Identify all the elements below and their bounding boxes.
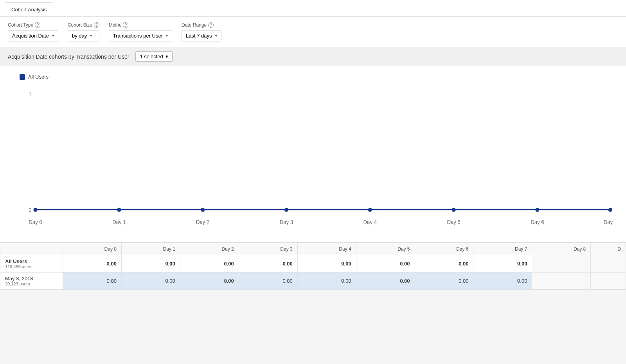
col-header-day8: Day 8 [532,243,591,255]
row-label-sub: 20,123 users [5,282,58,286]
row-label-main: May 3, 2018 [5,276,33,282]
col-header-day5: Day 5 [356,243,415,255]
col-header-day7: Day 7 [473,243,532,255]
x-label-5: Day 5 [447,219,460,225]
metric-help-icon[interactable]: ? [123,22,128,28]
col-header-day2: Day 2 [180,243,239,255]
x-label-4: Day 4 [363,219,377,225]
data-point-0 [33,208,37,212]
x-label-6: Day 6 [531,219,544,225]
tab-cohort-analysis[interactable]: Cohort Analysis [5,2,53,16]
row-value-cell: 0.00 [297,255,356,273]
x-label-2: Day 2 [196,219,209,225]
data-point-4 [368,208,372,212]
row-value-cell: 0.00 [180,273,239,290]
row-value-cell: 0.00 [63,255,122,273]
tab-bar: Cohort Analysis [0,0,626,17]
cohort-size-dropdown[interactable]: by day ▾ [68,30,99,41]
chart-area: All Users 1 0 Day 0 Day 1 Da [0,66,626,242]
row-value-cell: 0.00 [415,255,473,273]
row-value-cell: 0.00 [180,255,239,273]
x-label-1: Day 1 [112,219,126,225]
table-row: All Users119,455 users0.000.000.000.000.… [0,255,626,273]
section-title: Acquisition Date cohorts by Transactions… [8,54,129,60]
row-value-cell: 0.00 [415,273,473,290]
legend-label: All Users [28,74,49,80]
cohort-type-label: Cohort Type ? [8,22,58,28]
cohort-type-dropdown[interactable]: Acquisition Date ▾ [8,30,58,41]
data-point-1 [117,208,121,212]
date-range-help-icon[interactable]: ? [208,22,214,28]
date-range-dropdown[interactable]: Last 7 days ▾ [182,30,221,41]
row-value-cell [591,255,626,273]
row-value-cell: 0.00 [239,273,297,290]
x-label-7: Day 7 [604,219,614,225]
data-point-2 [201,208,205,212]
table-header-row: Day 0 Day 1 Day 2 Day 3 Day 4 Day 5 Day … [0,243,626,255]
section-header: Acquisition Date cohorts by Transactions… [0,47,626,66]
row-value-cell [591,273,626,290]
row-value-cell: 0.00 [356,255,415,273]
row-value-cell: 0.00 [356,273,415,290]
col-header-day0: Day 0 [63,243,122,255]
row-value-cell: 0.00 [63,273,122,290]
row-value-cell: 0.00 [473,273,532,290]
col-header-day3: Day 3 [239,243,297,255]
metric-label: Metric ? [109,22,172,28]
row-value-cell: 0.00 [121,255,180,273]
metric-group: Metric ? Transactions per User ▾ [109,22,172,41]
row-value-cell: 0.00 [121,273,180,290]
chart-svg-container: 1 0 Day 0 Day 1 Day 2 Day 3 Day 4 D [20,84,614,228]
legend-color-swatch [20,74,25,80]
date-range-group: Date Range ? Last 7 days ▾ [182,22,221,41]
row-label-sub: 119,455 users [5,264,58,269]
metric-dropdown[interactable]: Transactions per User ▾ [109,30,172,41]
date-range-arrow-icon: ▾ [215,34,217,38]
row-value-cell: 0.00 [473,255,532,273]
data-point-6 [535,208,539,212]
cohort-type-help-icon[interactable]: ? [35,22,40,28]
row-value-cell [532,273,591,290]
cohort-size-arrow-icon: ▾ [90,34,92,38]
controls-bar: Cohort Type ? Acquisition Date ▾ Cohort … [0,17,626,47]
col-header-day4: Day 4 [297,243,356,255]
data-point-7 [608,208,612,212]
cohort-size-help-icon[interactable]: ? [94,22,99,28]
data-point-5 [452,208,456,212]
date-range-label: Date Range ? [182,22,221,28]
chart-svg: 1 0 Day 0 Day 1 Day 2 Day 3 Day 4 D [20,84,614,228]
selected-arrow-icon: ▾ [165,54,168,59]
selected-dropdown[interactable]: 1 selected ▾ [135,51,172,62]
y-label-1: 1 [29,91,31,97]
cohort-type-arrow-icon: ▾ [52,34,54,38]
row-value-cell [532,255,591,273]
row-label-cell: May 3, 201820,123 users [0,273,63,290]
col-header-day6: Day 6 [415,243,473,255]
cohort-type-group: Cohort Type ? Acquisition Date ▾ [8,22,58,41]
row-value-cell: 0.00 [239,255,297,273]
row-label-main: All Users [5,258,27,264]
cohort-size-group: Cohort Size ? by day ▾ [68,22,99,41]
table-section: Day 0 Day 1 Day 2 Day 3 Day 4 Day 5 Day … [0,242,626,290]
x-label-0: Day 0 [29,219,42,225]
row-label-cell: All Users119,455 users [0,255,63,273]
col-header-dayx: D [591,243,626,255]
cohort-table: Day 0 Day 1 Day 2 Day 3 Day 4 Day 5 Day … [0,243,626,290]
cohort-size-label: Cohort Size ? [68,22,99,28]
col-header-label [0,243,63,255]
col-header-day1: Day 1 [121,243,180,255]
y-label-0: 0 [29,207,31,213]
data-point-3 [284,208,288,212]
table-row: May 3, 201820,123 users0.000.000.000.000… [0,273,626,290]
row-value-cell: 0.00 [297,273,356,290]
chart-legend: All Users [20,74,614,80]
x-label-3: Day 3 [280,219,293,225]
metric-arrow-icon: ▾ [166,34,168,38]
